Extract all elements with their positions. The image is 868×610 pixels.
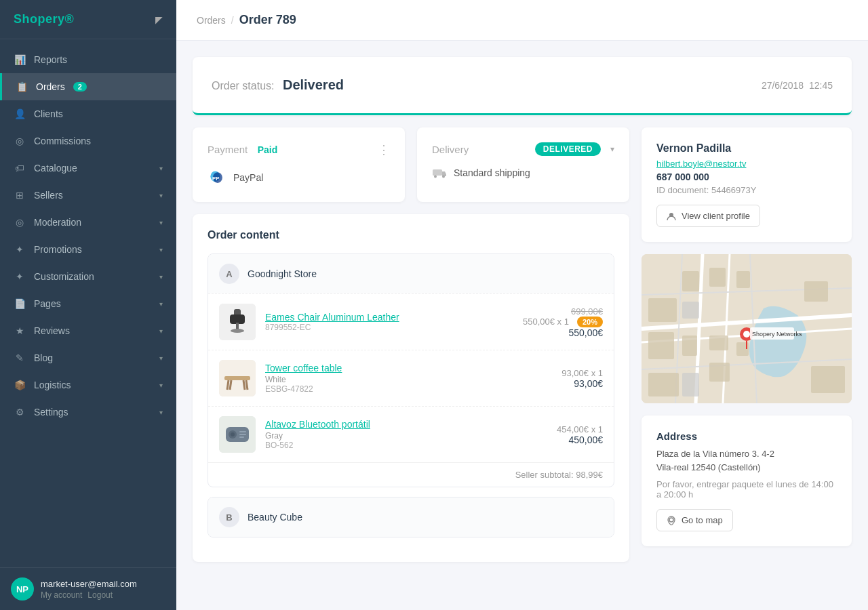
svg-rect-46 [804, 281, 828, 302]
sidebar-item-orders[interactable]: 📋 Orders 2 [0, 73, 176, 100]
sidebar-item-reviews[interactable]: ★ Reviews ▾ [0, 317, 176, 344]
delivery-chevron[interactable]: ▾ [610, 144, 614, 154]
payment-title: Payment [208, 144, 248, 155]
sidebar-item-moderation[interactable]: ◎ Moderation ▾ [0, 209, 176, 236]
client-name: Vernon Padilla [656, 142, 837, 155]
product-row-0-1: Tower coffee table White ESBG-47822 93,0… [208, 350, 614, 406]
nav-label-reviews: Reviews [34, 325, 70, 336]
payment-method: PayPal [233, 172, 263, 183]
sidebar-item-promotions[interactable]: ✦ Promotions ▾ [0, 236, 176, 263]
expand-icon[interactable]: ◤ [155, 14, 163, 25]
nav-label-logistics: Logistics [34, 380, 71, 390]
payment-card: Payment Paid ⋮ PP PayPal [193, 127, 405, 202]
sidebar: Shopery® ◤ 📊 Reports 📋 Orders 2 👤 Client… [0, 0, 176, 610]
svg-rect-23 [239, 436, 244, 438]
logout-link[interactable]: Logout [87, 590, 113, 600]
status-value: Delivered [283, 77, 344, 92]
promotions-chevron: ▾ [159, 246, 163, 253]
settings-chevron: ▾ [159, 409, 163, 416]
address-line2: Vila-real 12540 (Castellón) [656, 461, 837, 474]
sidebar-item-commissions[interactable]: ◎ Commissions [0, 127, 176, 155]
go-to-map-button[interactable]: Go to map [656, 509, 733, 531]
svg-point-10 [231, 329, 244, 333]
orders-badge: 2 [73, 82, 87, 92]
sidebar-item-pages[interactable]: 📄 Pages ▾ [0, 290, 176, 317]
client-email[interactable]: hilbert.boyle@nestor.tv [656, 159, 837, 169]
svg-line-14 [246, 380, 248, 390]
product-name-0-2[interactable]: Altavoz Bluetooth portátil [265, 419, 521, 430]
logistics-chevron: ▾ [159, 382, 163, 389]
promotions-icon: ✦ [14, 243, 26, 256]
payment-dots-menu[interactable]: ⋮ [378, 142, 390, 157]
svg-line-15 [230, 380, 231, 390]
product-image-0-1 [219, 360, 256, 396]
map-svg: Shopery Networks [642, 254, 852, 403]
price-final-0-1: 93,00€ [521, 378, 603, 389]
nav-item-left-pages: 📄 Pages [14, 298, 61, 310]
two-col-layout: Payment Paid ⋮ PP PayPal [193, 127, 852, 562]
nav-label-orders: Orders [36, 81, 65, 92]
footer-user: market-user@email.com My account Logout [41, 579, 137, 600]
client-card: Vernon Padilla hilbert.boyle@nestor.tv 6… [642, 127, 852, 242]
nav-item-left-catalogue: 🏷 Catalogue [14, 162, 77, 174]
svg-rect-45 [709, 363, 730, 382]
sidebar-item-customization[interactable]: ✦ Customization ▾ [0, 263, 176, 290]
content-area: Order status: Delivered 27/6/2018 12:45 … [176, 41, 868, 610]
sidebar-item-settings[interactable]: ⚙ Settings ▾ [0, 399, 176, 426]
reviews-chevron: ▾ [159, 327, 163, 335]
nav-label-reports: Reports [34, 54, 67, 65]
logistics-icon: 📦 [14, 379, 26, 391]
product-variant-0-2: Gray [265, 431, 521, 441]
orders-icon: 📋 [16, 81, 28, 93]
person-icon [667, 211, 676, 221]
footer-email: market-user@email.com [41, 579, 137, 589]
sidebar-item-logistics[interactable]: 📦 Logistics ▾ [0, 371, 176, 399]
avatar: NP [11, 577, 34, 601]
sellers-chevron: ▾ [159, 192, 163, 199]
product-name-0-1[interactable]: Tower coffee table [265, 363, 521, 373]
nav-item-left-blog: ✎ Blog [14, 352, 53, 364]
svg-line-16 [243, 380, 245, 390]
svg-text:Shopery Networks: Shopery Networks [752, 331, 802, 338]
breadcrumb-sep: / [231, 15, 234, 26]
blog-icon: ✎ [14, 352, 26, 364]
delivery-title: Delivery [432, 144, 469, 155]
nav-label-settings: Settings [34, 407, 68, 418]
nav-label-promotions: Promotions [34, 244, 82, 255]
product-row-0-0: Eames Chair Aluminum Leather 8799552-EC … [208, 293, 614, 350]
product-info-0-2: Altavoz Bluetooth portátil Gray BO-562 [265, 419, 521, 450]
nav-label-moderation: Moderation [34, 217, 81, 228]
order-status-card: Order status: Delivered 27/6/2018 12:45 [193, 57, 852, 115]
svg-rect-44 [682, 373, 699, 396]
reports-icon: 📊 [14, 54, 26, 66]
client-id-doc: ID document: 54466973Y [656, 185, 837, 195]
brand-logo: Shopery® [14, 12, 74, 26]
customization-chevron: ▾ [159, 273, 163, 281]
sidebar-item-sellers[interactable]: ⊞ Sellers ▾ [0, 182, 176, 209]
seller-name-0: Goodnight Store [248, 268, 317, 279]
sidebar-item-catalogue[interactable]: 🏷 Catalogue ▾ [0, 155, 176, 182]
moderation-icon: ◎ [14, 216, 26, 228]
svg-rect-34 [648, 298, 677, 322]
sidebar-item-reports[interactable]: 📊 Reports [0, 46, 176, 73]
breadcrumb-parent[interactable]: Orders [197, 15, 226, 26]
price-qty-0-1: 93,00€ x 1 [561, 368, 603, 378]
product-sku-0-1: ESBG-47822 [265, 384, 521, 394]
product-info-0-0: Eames Chair Aluminum Leather 8799552-EC [265, 312, 521, 332]
product-name-0-0[interactable]: Eames Chair Aluminum Leather [265, 312, 521, 323]
nav-item-left-promotions: ✦ Promotions [14, 243, 82, 256]
nav-item-left-sellers: ⊞ Sellers [14, 189, 63, 201]
sidebar-item-clients[interactable]: 👤 Clients [0, 100, 176, 127]
paypal-icon: PP [208, 168, 226, 187]
price-original-0-0: 699,00€ [521, 306, 603, 317]
nav-label-commissions: Commissions [34, 136, 91, 146]
svg-point-20 [231, 432, 235, 436]
map-placeholder: Shopery Networks [642, 254, 852, 403]
view-client-profile-button[interactable]: View client profile [656, 205, 760, 227]
order-content-title: Order content [208, 229, 614, 241]
sidebar-item-blog[interactable]: ✎ Blog ▾ [0, 344, 176, 371]
my-account-link[interactable]: My account [41, 590, 82, 600]
address-note: Por favor, entregar paquete el lunes de … [656, 479, 837, 500]
price-qty-0-2: 454,00€ x 1 [557, 424, 603, 434]
svg-rect-35 [648, 332, 674, 359]
